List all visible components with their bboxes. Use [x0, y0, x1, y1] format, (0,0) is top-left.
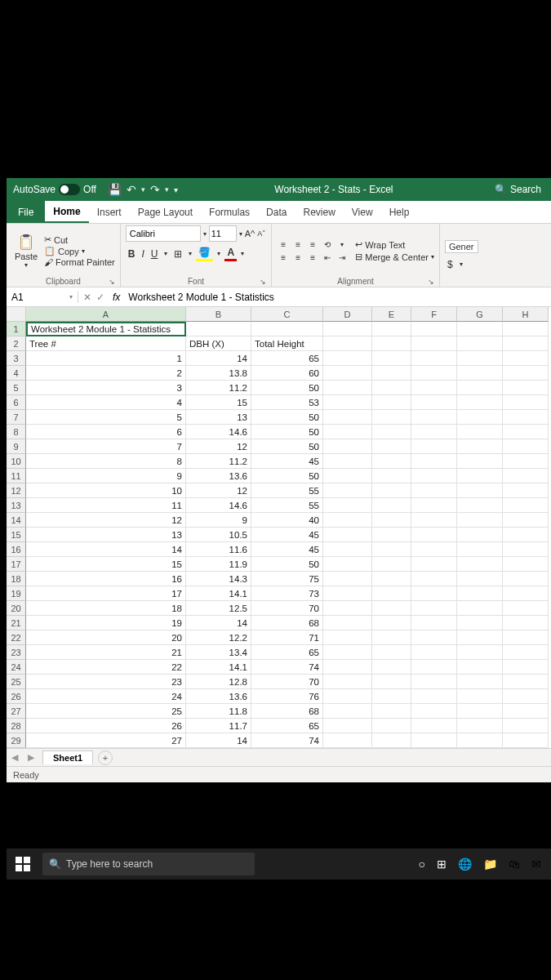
cell[interactable] [457, 351, 503, 366]
cell[interactable] [457, 733, 503, 748]
row-header[interactable]: 1 [7, 322, 26, 336]
cell[interactable] [372, 483, 411, 498]
sheet-tab[interactable]: Sheet1 [42, 751, 93, 764]
cell[interactable]: 26 [26, 719, 186, 733]
alignment-dialog-icon[interactable]: ↘ [428, 278, 434, 286]
cell[interactable] [457, 542, 503, 557]
cell[interactable] [503, 322, 549, 336]
cell[interactable]: 12.5 [186, 601, 251, 616]
cell[interactable] [411, 454, 457, 469]
cell[interactable] [323, 381, 372, 395]
align-bottom-icon[interactable]: ≡ [306, 238, 319, 250]
cell[interactable]: 2 [26, 366, 186, 381]
wrap-text-button[interactable]: ↩Wrap Text [355, 239, 434, 250]
cell[interactable] [411, 630, 457, 645]
sheet-nav-prev-icon[interactable]: ◀ [7, 752, 23, 763]
cell[interactable] [457, 719, 503, 733]
cell[interactable]: 10 [26, 483, 186, 498]
cell[interactable] [411, 616, 457, 630]
tab-data[interactable]: Data [258, 201, 295, 223]
cell[interactable] [411, 572, 457, 586]
align-left-icon[interactable]: ≡ [277, 252, 290, 263]
cell[interactable]: 13 [186, 410, 251, 425]
cell[interactable] [411, 719, 457, 733]
cell[interactable]: 14.1 [186, 660, 251, 675]
cell[interactable]: 16 [26, 572, 186, 586]
cell[interactable] [503, 675, 549, 689]
cell[interactable]: 55 [251, 483, 323, 498]
redo-icon[interactable]: ↷ [150, 183, 160, 196]
row-header[interactable]: 18 [7, 572, 26, 586]
cell[interactable] [323, 542, 372, 557]
cell[interactable] [411, 425, 457, 439]
cell[interactable]: 19 [26, 616, 186, 630]
paste-button[interactable]: Paste ▾ [11, 225, 41, 276]
cell[interactable] [323, 557, 372, 572]
underline-dropdown-icon[interactable]: ▾ [162, 249, 170, 258]
cell[interactable] [503, 395, 549, 410]
cell[interactable] [323, 704, 372, 719]
cell[interactable]: 12.8 [186, 675, 251, 689]
row-header[interactable]: 28 [7, 719, 26, 733]
column-header[interactable]: A [26, 307, 186, 322]
tab-file[interactable]: File [7, 201, 45, 223]
cell[interactable] [503, 733, 549, 748]
accounting-format-icon[interactable]: $ [445, 258, 455, 271]
cell[interactable]: 23 [26, 675, 186, 689]
orientation-dropdown-icon[interactable]: ▾ [335, 238, 349, 250]
cell[interactable] [372, 689, 411, 704]
cell[interactable] [503, 425, 549, 439]
increase-indent-icon[interactable]: ⇥ [335, 252, 349, 263]
cell[interactable] [372, 513, 411, 528]
row-header[interactable]: 25 [7, 675, 26, 689]
fill-color-button[interactable]: 🪣 [196, 246, 213, 261]
cell[interactable] [372, 322, 411, 336]
cell[interactable]: 65 [251, 719, 323, 733]
cell[interactable] [323, 454, 372, 469]
cell[interactable]: 11.6 [186, 542, 251, 557]
cell[interactable] [503, 645, 549, 660]
merge-center-button[interactable]: ⊟Merge & Center▾ [355, 252, 434, 262]
decrease-indent-icon[interactable]: ⇤ [321, 252, 334, 263]
tab-formulas[interactable]: Formulas [201, 201, 258, 223]
cell[interactable] [372, 366, 411, 381]
cell[interactable]: 13.8 [186, 366, 251, 381]
cell[interactable] [411, 689, 457, 704]
cell[interactable] [411, 498, 457, 513]
cell[interactable] [411, 513, 457, 528]
file-explorer-icon[interactable]: 📁 [483, 858, 497, 871]
cell[interactable] [503, 381, 549, 395]
cell[interactable] [503, 351, 549, 366]
toggle-switch-icon[interactable] [59, 184, 80, 195]
cell[interactable] [372, 630, 411, 645]
cell[interactable] [323, 351, 372, 366]
cell[interactable] [372, 675, 411, 689]
cell[interactable] [323, 410, 372, 425]
column-header[interactable]: H [503, 307, 549, 322]
cell[interactable]: 11.7 [186, 719, 251, 733]
cell[interactable] [411, 351, 457, 366]
start-button[interactable] [11, 853, 34, 875]
cell[interactable]: 50 [251, 469, 323, 483]
cell[interactable] [411, 381, 457, 395]
cell[interactable] [503, 601, 549, 616]
cell[interactable]: 14.1 [186, 586, 251, 601]
align-middle-icon[interactable]: ≡ [291, 238, 304, 250]
cell[interactable] [372, 439, 411, 454]
cell[interactable]: 11 [26, 498, 186, 513]
row-header[interactable]: 23 [7, 645, 26, 660]
cell[interactable] [457, 557, 503, 572]
cell[interactable] [411, 542, 457, 557]
cell[interactable] [503, 454, 549, 469]
cell[interactable]: 20 [26, 630, 186, 645]
sheet-nav-next-icon[interactable]: ▶ [23, 752, 39, 763]
cell[interactable]: 73 [251, 586, 323, 601]
cell[interactable] [372, 586, 411, 601]
accounting-dropdown-icon[interactable]: ▾ [457, 260, 465, 269]
cell[interactable] [323, 689, 372, 704]
cell[interactable] [372, 542, 411, 557]
cell[interactable]: 11.8 [186, 704, 251, 719]
cell[interactable] [503, 366, 549, 381]
cell[interactable] [503, 513, 549, 528]
format-painter-button[interactable]: 🖌Format Painter [44, 257, 115, 267]
